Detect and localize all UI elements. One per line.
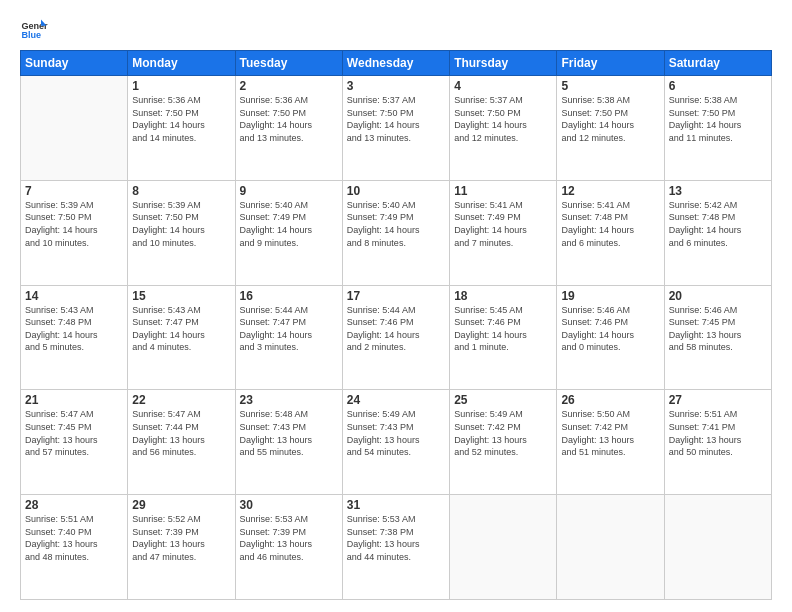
logo: General Blue: [20, 16, 48, 44]
calendar-body: 1Sunrise: 5:36 AM Sunset: 7:50 PM Daylig…: [21, 76, 772, 600]
header-wednesday: Wednesday: [342, 51, 449, 76]
calendar-cell: 22Sunrise: 5:47 AM Sunset: 7:44 PM Dayli…: [128, 390, 235, 495]
day-info: Sunrise: 5:51 AM Sunset: 7:41 PM Dayligh…: [669, 408, 767, 458]
header-friday: Friday: [557, 51, 664, 76]
calendar-cell: 18Sunrise: 5:45 AM Sunset: 7:46 PM Dayli…: [450, 285, 557, 390]
calendar-cell: 19Sunrise: 5:46 AM Sunset: 7:46 PM Dayli…: [557, 285, 664, 390]
calendar-cell: 11Sunrise: 5:41 AM Sunset: 7:49 PM Dayli…: [450, 180, 557, 285]
day-number: 20: [669, 289, 767, 303]
day-number: 7: [25, 184, 123, 198]
day-number: 27: [669, 393, 767, 407]
calendar-cell: 27Sunrise: 5:51 AM Sunset: 7:41 PM Dayli…: [664, 390, 771, 495]
day-info: Sunrise: 5:41 AM Sunset: 7:49 PM Dayligh…: [454, 199, 552, 249]
day-info: Sunrise: 5:41 AM Sunset: 7:48 PM Dayligh…: [561, 199, 659, 249]
day-info: Sunrise: 5:47 AM Sunset: 7:45 PM Dayligh…: [25, 408, 123, 458]
calendar-week-4: 21Sunrise: 5:47 AM Sunset: 7:45 PM Dayli…: [21, 390, 772, 495]
calendar-cell: [21, 76, 128, 181]
day-info: Sunrise: 5:37 AM Sunset: 7:50 PM Dayligh…: [454, 94, 552, 144]
calendar-cell: 10Sunrise: 5:40 AM Sunset: 7:49 PM Dayli…: [342, 180, 449, 285]
day-info: Sunrise: 5:42 AM Sunset: 7:48 PM Dayligh…: [669, 199, 767, 249]
day-number: 23: [240, 393, 338, 407]
day-info: Sunrise: 5:44 AM Sunset: 7:46 PM Dayligh…: [347, 304, 445, 354]
calendar-table: SundayMondayTuesdayWednesdayThursdayFrid…: [20, 50, 772, 600]
page-header: General Blue: [20, 16, 772, 44]
day-info: Sunrise: 5:43 AM Sunset: 7:47 PM Dayligh…: [132, 304, 230, 354]
calendar-cell: 25Sunrise: 5:49 AM Sunset: 7:42 PM Dayli…: [450, 390, 557, 495]
day-info: Sunrise: 5:48 AM Sunset: 7:43 PM Dayligh…: [240, 408, 338, 458]
calendar-page: General Blue SundayMondayTuesdayWednesda…: [0, 0, 792, 612]
day-number: 2: [240, 79, 338, 93]
calendar-cell: 7Sunrise: 5:39 AM Sunset: 7:50 PM Daylig…: [21, 180, 128, 285]
day-info: Sunrise: 5:45 AM Sunset: 7:46 PM Dayligh…: [454, 304, 552, 354]
day-number: 22: [132, 393, 230, 407]
day-number: 14: [25, 289, 123, 303]
day-number: 24: [347, 393, 445, 407]
day-number: 21: [25, 393, 123, 407]
svg-text:Blue: Blue: [21, 30, 41, 40]
calendar-week-5: 28Sunrise: 5:51 AM Sunset: 7:40 PM Dayli…: [21, 495, 772, 600]
calendar-cell: 31Sunrise: 5:53 AM Sunset: 7:38 PM Dayli…: [342, 495, 449, 600]
day-info: Sunrise: 5:39 AM Sunset: 7:50 PM Dayligh…: [25, 199, 123, 249]
day-number: 4: [454, 79, 552, 93]
calendar-cell: 6Sunrise: 5:38 AM Sunset: 7:50 PM Daylig…: [664, 76, 771, 181]
calendar-cell: 20Sunrise: 5:46 AM Sunset: 7:45 PM Dayli…: [664, 285, 771, 390]
calendar-cell: 3Sunrise: 5:37 AM Sunset: 7:50 PM Daylig…: [342, 76, 449, 181]
day-info: Sunrise: 5:49 AM Sunset: 7:42 PM Dayligh…: [454, 408, 552, 458]
calendar-week-3: 14Sunrise: 5:43 AM Sunset: 7:48 PM Dayli…: [21, 285, 772, 390]
calendar-cell: 1Sunrise: 5:36 AM Sunset: 7:50 PM Daylig…: [128, 76, 235, 181]
day-info: Sunrise: 5:50 AM Sunset: 7:42 PM Dayligh…: [561, 408, 659, 458]
day-info: Sunrise: 5:53 AM Sunset: 7:38 PM Dayligh…: [347, 513, 445, 563]
day-number: 17: [347, 289, 445, 303]
day-number: 3: [347, 79, 445, 93]
calendar-cell: 30Sunrise: 5:53 AM Sunset: 7:39 PM Dayli…: [235, 495, 342, 600]
day-number: 16: [240, 289, 338, 303]
calendar-cell: 5Sunrise: 5:38 AM Sunset: 7:50 PM Daylig…: [557, 76, 664, 181]
calendar-cell: 16Sunrise: 5:44 AM Sunset: 7:47 PM Dayli…: [235, 285, 342, 390]
calendar-cell: 29Sunrise: 5:52 AM Sunset: 7:39 PM Dayli…: [128, 495, 235, 600]
day-info: Sunrise: 5:43 AM Sunset: 7:48 PM Dayligh…: [25, 304, 123, 354]
calendar-cell: 14Sunrise: 5:43 AM Sunset: 7:48 PM Dayli…: [21, 285, 128, 390]
day-number: 8: [132, 184, 230, 198]
day-number: 30: [240, 498, 338, 512]
calendar-cell: 26Sunrise: 5:50 AM Sunset: 7:42 PM Dayli…: [557, 390, 664, 495]
calendar-cell: 8Sunrise: 5:39 AM Sunset: 7:50 PM Daylig…: [128, 180, 235, 285]
day-info: Sunrise: 5:40 AM Sunset: 7:49 PM Dayligh…: [240, 199, 338, 249]
calendar-week-2: 7Sunrise: 5:39 AM Sunset: 7:50 PM Daylig…: [21, 180, 772, 285]
calendar-cell: 12Sunrise: 5:41 AM Sunset: 7:48 PM Dayli…: [557, 180, 664, 285]
logo-icon: General Blue: [20, 16, 48, 44]
day-info: Sunrise: 5:46 AM Sunset: 7:45 PM Dayligh…: [669, 304, 767, 354]
header-sunday: Sunday: [21, 51, 128, 76]
day-number: 13: [669, 184, 767, 198]
day-number: 11: [454, 184, 552, 198]
calendar-cell: 15Sunrise: 5:43 AM Sunset: 7:47 PM Dayli…: [128, 285, 235, 390]
day-info: Sunrise: 5:36 AM Sunset: 7:50 PM Dayligh…: [132, 94, 230, 144]
calendar-cell: 23Sunrise: 5:48 AM Sunset: 7:43 PM Dayli…: [235, 390, 342, 495]
day-info: Sunrise: 5:51 AM Sunset: 7:40 PM Dayligh…: [25, 513, 123, 563]
day-number: 26: [561, 393, 659, 407]
day-number: 28: [25, 498, 123, 512]
calendar-cell: 9Sunrise: 5:40 AM Sunset: 7:49 PM Daylig…: [235, 180, 342, 285]
day-number: 12: [561, 184, 659, 198]
day-info: Sunrise: 5:38 AM Sunset: 7:50 PM Dayligh…: [561, 94, 659, 144]
day-number: 15: [132, 289, 230, 303]
day-info: Sunrise: 5:36 AM Sunset: 7:50 PM Dayligh…: [240, 94, 338, 144]
calendar-cell: [450, 495, 557, 600]
day-number: 18: [454, 289, 552, 303]
calendar-cell: 17Sunrise: 5:44 AM Sunset: 7:46 PM Dayli…: [342, 285, 449, 390]
day-number: 25: [454, 393, 552, 407]
day-number: 6: [669, 79, 767, 93]
day-number: 9: [240, 184, 338, 198]
calendar-cell: 2Sunrise: 5:36 AM Sunset: 7:50 PM Daylig…: [235, 76, 342, 181]
day-number: 5: [561, 79, 659, 93]
calendar-cell: 21Sunrise: 5:47 AM Sunset: 7:45 PM Dayli…: [21, 390, 128, 495]
header-tuesday: Tuesday: [235, 51, 342, 76]
header-thursday: Thursday: [450, 51, 557, 76]
header-saturday: Saturday: [664, 51, 771, 76]
day-info: Sunrise: 5:49 AM Sunset: 7:43 PM Dayligh…: [347, 408, 445, 458]
day-info: Sunrise: 5:40 AM Sunset: 7:49 PM Dayligh…: [347, 199, 445, 249]
day-info: Sunrise: 5:44 AM Sunset: 7:47 PM Dayligh…: [240, 304, 338, 354]
day-number: 10: [347, 184, 445, 198]
day-number: 19: [561, 289, 659, 303]
calendar-week-1: 1Sunrise: 5:36 AM Sunset: 7:50 PM Daylig…: [21, 76, 772, 181]
day-number: 31: [347, 498, 445, 512]
